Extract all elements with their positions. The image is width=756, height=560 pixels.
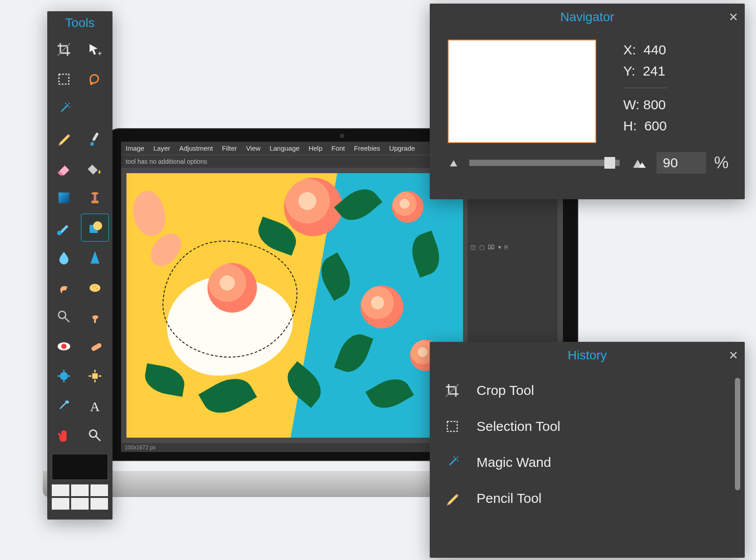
blur-icon	[55, 248, 73, 266]
svg-point-21	[93, 221, 102, 230]
menu-help[interactable]: Help	[309, 144, 323, 152]
tool-bloat[interactable]	[50, 362, 78, 390]
eyedropper-icon	[55, 397, 73, 415]
bloat-icon	[55, 367, 73, 385]
svg-text:A: A	[90, 399, 100, 414]
preset-swatches[interactable]	[52, 484, 108, 510]
tool-smudge[interactable]	[50, 273, 78, 301]
menu-layer[interactable]: Layer	[153, 144, 171, 152]
tool-move[interactable]: +	[81, 36, 109, 63]
coord-w-value: 800	[643, 97, 666, 112]
close-icon[interactable]: ✕	[729, 10, 738, 24]
svg-point-25	[96, 288, 97, 290]
tool-blur[interactable]	[50, 243, 78, 271]
tool-shape[interactable]	[81, 214, 109, 242]
svg-rect-2	[59, 74, 69, 84]
tool-eyedropper[interactable]	[50, 392, 78, 420]
svg-point-34	[96, 345, 97, 346]
svg-point-3	[90, 82, 93, 85]
tool-lasso[interactable]	[81, 65, 109, 93]
svg-line-4	[61, 105, 68, 112]
rose	[207, 263, 257, 313]
menu-view[interactable]: View	[246, 144, 261, 152]
menu-language[interactable]: Language	[270, 144, 300, 152]
svg-point-47	[457, 457, 459, 458]
zoom-out-icon[interactable]	[446, 157, 461, 168]
tool-marquee[interactable]	[50, 65, 78, 93]
navigator-title: Navigator	[560, 10, 614, 24]
zoom-icon	[86, 426, 104, 444]
paint-bucket-icon	[86, 159, 104, 177]
tools-panel-title: Tools	[47, 11, 112, 34]
red-eye-icon	[55, 337, 73, 355]
heal-icon	[86, 337, 104, 355]
svg-rect-16	[91, 201, 99, 203]
tool-color-replace[interactable]	[50, 214, 78, 242]
tool-brush[interactable]	[81, 125, 109, 152]
coord-y-value: 241	[643, 63, 665, 78]
zoom-slider-handle[interactable]	[604, 157, 615, 169]
leaf	[334, 181, 382, 228]
canvas[interactable]	[126, 173, 463, 438]
tool-empty	[81, 95, 109, 123]
petal	[126, 187, 171, 240]
svg-point-26	[94, 286, 96, 287]
menu-filter[interactable]: Filter	[222, 144, 237, 152]
history-item-label: Crop Tool	[477, 383, 534, 398]
svg-point-27	[58, 311, 66, 318]
tool-dodge[interactable]	[50, 303, 78, 331]
menu-upgrade[interactable]: Upgrade	[389, 144, 415, 152]
tool-crop[interactable]	[50, 36, 78, 63]
tool-text[interactable]: A	[81, 392, 109, 420]
svg-point-46	[455, 458, 457, 460]
navigator-thumbnail[interactable]	[448, 40, 596, 143]
history-item-pencil[interactable]: Pencil Tool	[439, 480, 736, 516]
layer-operations[interactable]: ◫ ▢ ⌧ ▾ ⎘	[468, 241, 558, 253]
tool-gradient[interactable]	[50, 184, 78, 212]
menu-freebies[interactable]: Freebies	[354, 144, 380, 152]
tool-pinch[interactable]	[81, 362, 109, 390]
clone-stamp-icon	[86, 189, 104, 207]
coord-x-value: 440	[644, 42, 666, 57]
tool-red-eye[interactable]	[50, 332, 78, 360]
percent-label: %	[714, 153, 729, 172]
svg-rect-15	[58, 193, 69, 203]
tool-sponge[interactable]	[81, 273, 109, 301]
svg-marker-9	[59, 135, 69, 145]
tool-eraser[interactable]	[50, 154, 78, 182]
hand-icon	[55, 426, 73, 444]
tool-clone-stamp[interactable]	[81, 184, 109, 212]
menu-adjustment[interactable]: Adjustment	[179, 144, 213, 152]
zoom-slider[interactable]	[469, 160, 620, 166]
tool-heal[interactable]	[81, 332, 109, 360]
tool-paint-bucket[interactable]	[81, 154, 109, 182]
tool-sharpen[interactable]	[81, 243, 109, 271]
svg-point-24	[92, 287, 94, 288]
menu-font[interactable]: Font	[331, 144, 345, 152]
svg-marker-22	[90, 251, 99, 264]
tool-burn[interactable]	[81, 303, 109, 331]
history-title: History	[567, 348, 607, 362]
zoom-in-icon[interactable]	[628, 156, 648, 170]
close-icon[interactable]: ✕	[729, 349, 738, 363]
tool-hand[interactable]	[50, 421, 78, 449]
svg-point-7	[65, 103, 67, 104]
history-scrollbar[interactable]	[735, 378, 740, 490]
svg-rect-36	[92, 373, 98, 379]
coord-h-label: H:	[623, 118, 637, 133]
tool-magic-wand[interactable]	[50, 95, 78, 123]
coord-w-label: W:	[623, 97, 639, 112]
leaf	[334, 329, 373, 376]
coord-x-label: X:	[623, 42, 636, 57]
history-item-magic-wand[interactable]: Magic Wand	[439, 444, 736, 480]
color-swatch[interactable]	[52, 454, 108, 480]
tool-zoom[interactable]	[81, 421, 109, 449]
history-item-marquee[interactable]: Selection Tool	[439, 408, 736, 444]
zoom-value-input[interactable]: 90	[657, 152, 706, 174]
menu-image[interactable]: Image	[126, 144, 144, 152]
svg-line-45	[450, 459, 456, 465]
eraser-icon	[55, 159, 73, 177]
svg-point-38	[90, 430, 97, 437]
history-item-crop[interactable]: Crop Tool	[439, 372, 736, 408]
tool-pencil[interactable]	[50, 125, 78, 152]
